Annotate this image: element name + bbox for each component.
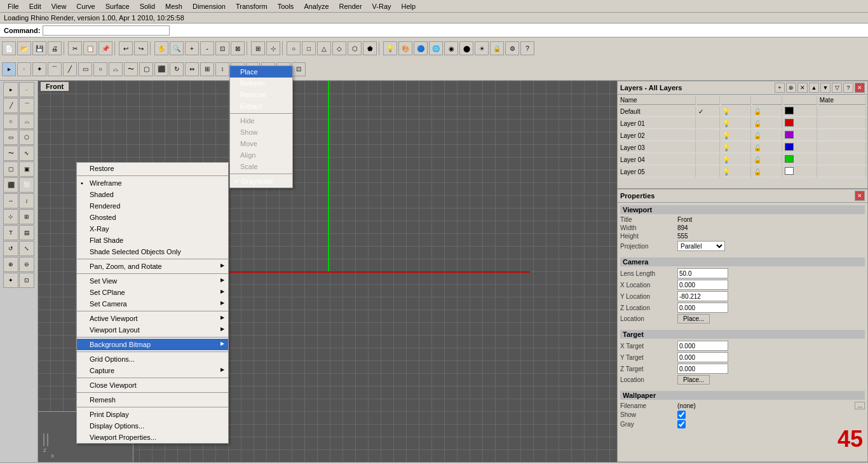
- layer-05[interactable]: Layer 05 💡 🔓: [619, 167, 866, 177]
- tb-obj5[interactable]: ⬡: [348, 41, 362, 55]
- tb-settings[interactable]: ⚙: [505, 41, 519, 55]
- viewport-label[interactable]: Front: [41, 82, 69, 91]
- props-tgt-y-input[interactable]: [677, 352, 728, 362]
- tool-polygon[interactable]: ⬡: [19, 130, 34, 145]
- props-cam-loc-btn[interactable]: Place...: [677, 314, 710, 324]
- tb-lock[interactable]: 🔒: [490, 41, 504, 55]
- layers-delete[interactable]: ✕: [797, 83, 808, 93]
- tool-rect[interactable]: ▭: [3, 130, 18, 145]
- menu-help[interactable]: Help: [397, 1, 421, 11]
- layers-filter[interactable]: ▽: [832, 83, 842, 93]
- tool-dim2[interactable]: ↕: [19, 193, 34, 208]
- tb-render2[interactable]: 🌐: [429, 41, 443, 55]
- layer-03-vis[interactable]: 💡: [721, 142, 751, 153]
- tb-lights[interactable]: 💡: [383, 41, 397, 55]
- ctx-viewportprops[interactable]: Viewport Properties...: [77, 432, 228, 443]
- props-cam-zloc-input[interactable]: [677, 303, 728, 313]
- layer-01[interactable]: Layer 01 💡 🔓: [619, 118, 866, 129]
- props-tgt-z-input[interactable]: [677, 364, 728, 374]
- tb2-curve[interactable]: ⌒: [48, 62, 62, 76]
- menu-edit[interactable]: Edit: [24, 1, 46, 11]
- tool-solid1[interactable]: ⬛: [3, 177, 18, 193]
- tool-line[interactable]: ╱: [3, 98, 18, 113]
- layers-down[interactable]: ▼: [820, 83, 831, 93]
- ctx-setcplane[interactable]: Set CPlane: [77, 287, 228, 298]
- tb2-group[interactable]: ⊡: [292, 62, 306, 76]
- tb-render5[interactable]: ☀: [475, 41, 489, 55]
- layer-03-color[interactable]: [783, 142, 817, 153]
- layer-03-lock[interactable]: 🔓: [752, 142, 782, 153]
- props-cam-xloc-input[interactable]: [677, 280, 728, 290]
- tb2-dot[interactable]: ·: [17, 62, 31, 76]
- tb-redo[interactable]: ↪: [134, 41, 148, 55]
- props-wp-filename-btn[interactable]: ...: [855, 402, 865, 409]
- menu-curve[interactable]: Curve: [71, 1, 100, 11]
- sub-refresh[interactable]: Refresh: [230, 78, 292, 89]
- menu-vray[interactable]: V-Ray: [367, 1, 397, 11]
- layer-04-color[interactable]: [783, 154, 817, 165]
- tool-curve[interactable]: ⌒: [19, 98, 34, 113]
- layer-default-vis[interactable]: 💡: [721, 106, 751, 117]
- layer-04-lock[interactable]: 🔓: [752, 154, 782, 165]
- tool-text[interactable]: T: [3, 225, 18, 240]
- layer-02-color[interactable]: [783, 130, 817, 141]
- tb-undo[interactable]: ↩: [119, 41, 133, 55]
- props-wp-show-check[interactable]: [677, 411, 686, 419]
- ctx-wireframe[interactable]: Wireframe: [77, 177, 228, 189]
- layers-up[interactable]: ▲: [809, 83, 819, 93]
- props-tgt-loc-btn[interactable]: Place...: [677, 375, 710, 385]
- tb-obj1[interactable]: ○: [287, 41, 301, 55]
- tool-misc1[interactable]: ✦: [3, 273, 18, 288]
- ctx-activeviewport[interactable]: Active Viewport: [77, 313, 228, 324]
- tb-paste[interactable]: 📌: [98, 41, 112, 55]
- menu-mesh[interactable]: Mesh: [160, 1, 187, 11]
- sub-extract[interactable]: Extract: [230, 100, 292, 112]
- tb-obj6[interactable]: ⬟: [363, 41, 377, 55]
- tb-save[interactable]: 💾: [32, 41, 46, 55]
- layer-05-lock[interactable]: 🔓: [752, 167, 782, 177]
- menu-dimension[interactable]: Dimension: [187, 1, 231, 11]
- tb2-sel[interactable]: ▸: [2, 62, 16, 76]
- tb-snap[interactable]: ⊹: [266, 41, 280, 55]
- tb-copy[interactable]: 📋: [83, 41, 97, 55]
- tb-zoomsel[interactable]: ⊠: [231, 41, 245, 55]
- ctx-shaded[interactable]: Shaded: [77, 189, 228, 200]
- tb-render1[interactable]: 🔵: [414, 41, 428, 55]
- tool-dim1[interactable]: ↔: [3, 193, 18, 208]
- menu-solid[interactable]: Solid: [135, 1, 160, 11]
- layer-04[interactable]: Layer 04 💡 🔓: [619, 154, 866, 165]
- layer-01-lock[interactable]: 🔓: [752, 118, 782, 129]
- tool-transform1[interactable]: ↺: [3, 241, 18, 256]
- layers-new[interactable]: +: [775, 83, 785, 93]
- tool-srf1[interactable]: ▢: [3, 161, 18, 177]
- menu-render[interactable]: Render: [334, 1, 367, 11]
- tb-zoomin[interactable]: +: [185, 41, 199, 55]
- tool-circle[interactable]: ○: [3, 114, 18, 129]
- props-vp-proj-select[interactable]: Parallel Perspective: [677, 241, 725, 251]
- ctx-remesh[interactable]: Remesh: [77, 394, 228, 406]
- tb-pan[interactable]: ✋: [154, 41, 168, 55]
- tb2-mirror[interactable]: ⇔: [185, 62, 199, 76]
- layer-03[interactable]: Layer 03 💡 🔓: [619, 142, 866, 153]
- tb-mat[interactable]: 🎨: [398, 41, 412, 55]
- props-cam-lens-input[interactable]: [677, 268, 728, 278]
- tool-misc2[interactable]: ⊡: [19, 273, 34, 288]
- layer-default[interactable]: Default ✓ 💡 🔓: [619, 106, 866, 117]
- ctx-shadeselected[interactable]: Shade Selected Objects Only: [77, 246, 228, 257]
- ctx-printdisplay[interactable]: Print Display: [77, 409, 228, 420]
- tool-freeform[interactable]: 〜: [3, 146, 18, 161]
- tb-help[interactable]: ?: [520, 41, 534, 55]
- tb2-extrude[interactable]: ⬛: [154, 62, 168, 76]
- props-close[interactable]: ✕: [855, 191, 865, 201]
- layer-02[interactable]: Layer 02 💡 🔓: [619, 130, 866, 141]
- ctx-setview[interactable]: Set View: [77, 275, 228, 287]
- ctx-capture[interactable]: Capture: [77, 365, 228, 376]
- tb2-rect[interactable]: ▭: [78, 62, 92, 76]
- menu-surface[interactable]: Surface: [100, 1, 135, 11]
- menu-file[interactable]: File: [3, 1, 24, 11]
- ctx-ghosted[interactable]: Ghosted: [77, 212, 228, 223]
- tb2-pt[interactable]: ✦: [32, 62, 46, 76]
- ctx-flatshade[interactable]: Flat Shade: [77, 235, 228, 246]
- tb-print[interactable]: 🖨: [48, 41, 62, 55]
- sub-place[interactable]: Place: [230, 66, 292, 78]
